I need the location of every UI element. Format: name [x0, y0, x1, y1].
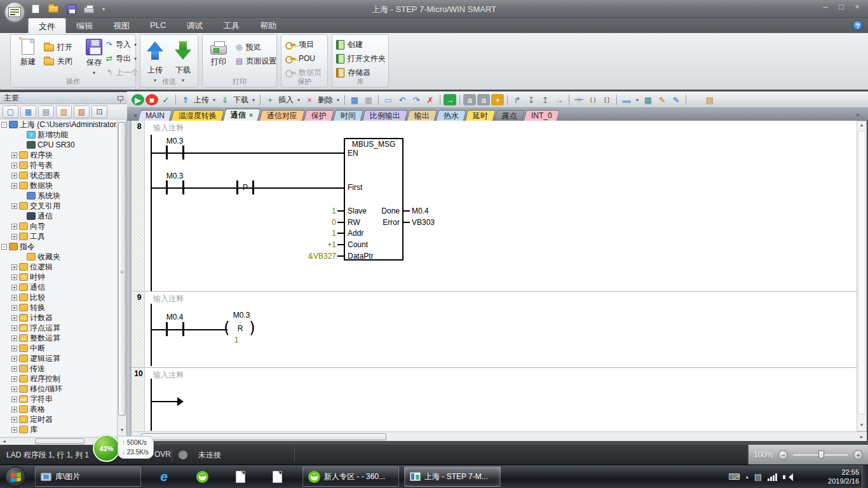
scroll-down-icon[interactable]: ▾ [118, 427, 126, 435]
zoom-out-button[interactable]: − [778, 450, 788, 460]
volume-icon[interactable] [783, 473, 792, 481]
coil-operand[interactable]: M0.3 [222, 311, 261, 320]
tree-item[interactable]: + 传送 [0, 363, 117, 374]
tab-scroll-right-icon[interactable]: ▸ [854, 109, 862, 119]
save-button[interactable]: 保存 ▾ [79, 39, 109, 76]
tree-item[interactable]: + 库 [0, 424, 117, 435]
tree-expander-icon[interactable]: + [11, 163, 17, 168]
upload-label[interactable]: 上传 [193, 94, 210, 105]
tree-expander-icon[interactable]: + [11, 396, 17, 402]
tree-item[interactable]: + 通信 [0, 282, 117, 292]
tree-item[interactable]: + 移位/循环 [0, 384, 117, 394]
tree-expander-icon[interactable]: + [11, 386, 17, 392]
pou-tab[interactable]: 露点 [494, 110, 525, 121]
taskbar-clock[interactable]: 22:55 2019/2/16 [828, 468, 859, 485]
scrollbar-thumb[interactable] [141, 433, 386, 440]
upload-dropdown-icon[interactable]: ▾ [211, 94, 217, 105]
tree-expander-icon[interactable]: + [11, 346, 17, 351]
ladder-vertical-scrollbar[interactable]: ▴ ▾ [857, 121, 867, 431]
preview-button[interactable]: ◎ 预览 [236, 41, 261, 53]
scroll-up-icon[interactable]: ▴ [857, 122, 866, 130]
taskbar-icon-document[interactable] [226, 468, 254, 485]
menu-tab[interactable]: 工具 [213, 18, 250, 33]
scroll-down-icon[interactable]: ▾ [857, 422, 866, 430]
qat-more-icon[interactable]: ▾ [100, 3, 107, 15]
edit-addresses-icon[interactable]: ✎ [670, 94, 682, 105]
compile-icon[interactable]: ✓ [159, 94, 172, 105]
pou-tab[interactable]: 保护 [304, 110, 334, 121]
delete-label[interactable]: 删除 [317, 94, 334, 105]
protect-project-button[interactable]: 项目 [285, 39, 314, 50]
taskbar-button-explorer[interactable]: 库\图片 [35, 466, 141, 487]
new-button[interactable]: * 新建 [13, 39, 43, 67]
download-label[interactable]: 下载 [233, 94, 249, 105]
toggle-addressing-icon[interactable]: ▦ [642, 94, 654, 105]
taskbar-icon-360[interactable] [188, 468, 216, 485]
open-button[interactable]: 打开 [44, 41, 72, 53]
pou-tab[interactable]: 通信× [223, 109, 261, 121]
insert-label[interactable]: 插入 [278, 94, 294, 105]
insert-coil-icon[interactable]: ( ) [587, 94, 599, 105]
library-create-button[interactable]: 创建 [336, 39, 363, 50]
key-icon[interactable] [689, 94, 702, 105]
stop-icon[interactable]: ■ [146, 94, 158, 105]
insert-branch-down-icon[interactable]: ↱ [511, 94, 524, 105]
open-folder-icon[interactable] [47, 3, 60, 15]
tree-expander-icon[interactable]: - [1, 122, 7, 128]
minimize-button[interactable]: – [818, 3, 832, 13]
app-icon[interactable] [4, 1, 25, 23]
communication-view-icon[interactable]: ⊡ [92, 105, 107, 118]
taskbar-icon-ie[interactable]: e [150, 468, 178, 485]
scroll-left-icon[interactable]: ◂ [0, 438, 8, 444]
pou-navigate2-icon[interactable]: ▦ [362, 94, 375, 105]
data-block-view-icon[interactable]: ▥ [56, 105, 72, 118]
input-value-rw[interactable]: 0 [273, 218, 336, 227]
menu-tab[interactable]: 编辑 [66, 18, 103, 33]
tree-item[interactable]: + 转换 [0, 302, 117, 313]
run-icon[interactable]: ▶ [132, 94, 144, 105]
pou-tab[interactable]: 热水 [436, 110, 466, 121]
save-dropdown-icon[interactable]: ▾ [93, 70, 95, 76]
separator[interactable] [378, 95, 379, 105]
pou-tab[interactable]: 比例输出 [362, 110, 408, 121]
tree-item[interactable]: + 程序块 [0, 150, 117, 160]
tree-expander-icon[interactable]: + [11, 183, 17, 189]
undo-icon[interactable]: ↶ [396, 94, 409, 105]
tree-item[interactable]: 通信 [0, 211, 117, 221]
insert-line-icon[interactable]: → [553, 94, 566, 105]
upload-icon[interactable]: ⇑ [179, 94, 192, 105]
delete-icon[interactable]: × [303, 94, 316, 105]
menu-tab[interactable]: 调试 [176, 18, 213, 33]
tree-item[interactable]: + 程序控制 [0, 374, 117, 384]
input-value-count[interactable]: +1 [273, 240, 336, 249]
menu-tab[interactable]: PLC [140, 18, 176, 33]
tree-expander-icon[interactable]: + [11, 264, 17, 270]
separator[interactable] [440, 95, 440, 105]
scrollbar-thumb[interactable] [118, 122, 126, 416]
zoom-slider-thumb[interactable] [818, 451, 824, 459]
keyboard-icon[interactable]: ⌨ [728, 472, 740, 482]
edge-contact-label[interactable]: P [239, 183, 252, 192]
tree-expander-icon[interactable]: + [11, 417, 17, 423]
tree-expander-icon[interactable]: + [11, 366, 17, 372]
new-document-icon[interactable] [29, 3, 42, 15]
insert-icon[interactable]: + [264, 94, 276, 105]
print-button[interactable]: 打印 [204, 39, 233, 67]
tree-item[interactable]: - 上海 (C:\Users\Administrator.. [0, 119, 117, 130]
pin-icon[interactable] [118, 96, 123, 100]
tree-item[interactable]: + ◷ 时钟 [0, 272, 117, 282]
lock-add-icon[interactable]: + [491, 94, 504, 105]
lock-project-icon[interactable]: a [477, 94, 490, 105]
zoom-in-button[interactable]: + [853, 450, 863, 460]
pou-tab[interactable]: INT_0 [524, 110, 560, 121]
cross-reference-view-icon[interactable]: ▧ [74, 105, 90, 118]
zoom-slider[interactable] [793, 454, 848, 456]
safely-remove-icon[interactable]: ▤ [754, 472, 762, 482]
tree-expander-icon[interactable]: + [11, 295, 17, 301]
network-signal-icon[interactable] [768, 473, 777, 481]
tab-close-icon[interactable]: × [249, 111, 253, 119]
pou-tab[interactable]: 延时 [465, 110, 496, 121]
tree-item[interactable]: - 指令 [0, 241, 117, 252]
properties-icon[interactable]: ▤ [703, 94, 716, 105]
protect-pou-button[interactable]: POU [285, 53, 315, 64]
